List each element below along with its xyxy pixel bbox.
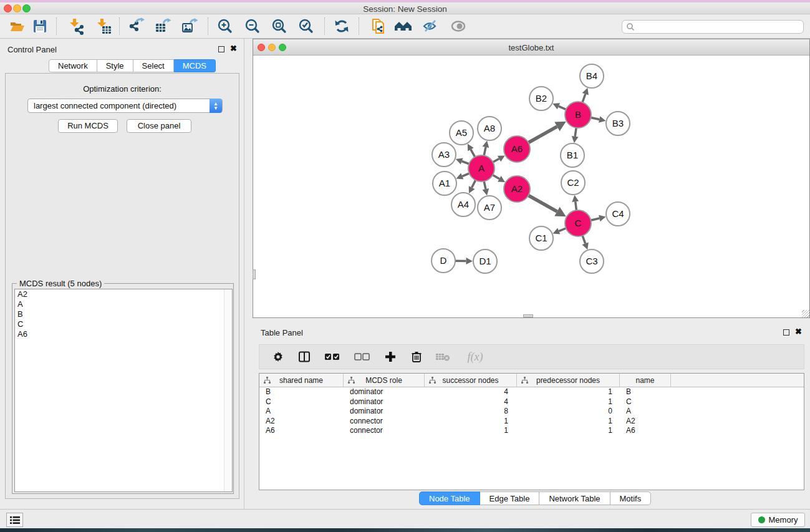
table-cell-shared_name[interactable]: A2 xyxy=(259,417,344,427)
edge-arrowhead xyxy=(572,195,579,202)
mcds-result-list[interactable]: A2ABCA6 xyxy=(14,289,233,492)
mcds-result-item[interactable]: A6 xyxy=(15,329,232,339)
table-cell-name[interactable]: C xyxy=(620,397,671,407)
delete-table-icon[interactable] xyxy=(435,349,450,364)
export-network-icon[interactable] xyxy=(125,16,148,36)
table-cell-predecessors[interactable]: 1 xyxy=(517,397,620,407)
mcds-result-item[interactable]: A2 xyxy=(15,289,232,299)
table-cell-role[interactable]: dominator xyxy=(344,397,425,407)
show-hide-icon[interactable] xyxy=(447,16,470,36)
table-cell-name[interactable]: A6 xyxy=(620,426,671,436)
delete-columns-icon[interactable] xyxy=(409,349,424,364)
table-cell-successors[interactable]: 1 xyxy=(425,426,517,436)
refresh-icon[interactable] xyxy=(330,16,353,36)
column-header-filler xyxy=(671,374,804,387)
column-header-name[interactable]: name xyxy=(620,374,671,387)
tab-network[interactable]: Network xyxy=(49,59,97,72)
mcds-result-item[interactable]: C xyxy=(15,319,232,329)
column-header-mcds-role[interactable]: MCDS role xyxy=(344,374,425,387)
table-cell-predecessors[interactable]: 1 xyxy=(517,426,620,436)
table-cell-shared_name[interactable]: B xyxy=(259,387,344,397)
table-cell-role[interactable]: dominator xyxy=(344,387,425,397)
home-view-icon[interactable] xyxy=(392,16,415,36)
table-row[interactable]: A2connector11A2 xyxy=(259,417,804,427)
table-row[interactable]: A6connector11A6 xyxy=(259,426,804,436)
table-cell-name[interactable]: B xyxy=(620,387,671,397)
mcds-result-item[interactable]: A xyxy=(15,299,232,309)
table-cell-role[interactable]: dominator xyxy=(344,407,425,417)
table-cell-name[interactable]: A xyxy=(620,407,671,417)
table-cell-successors[interactable]: 4 xyxy=(425,387,517,397)
tab-style[interactable]: Style xyxy=(97,59,133,72)
edge-arrowhead xyxy=(599,116,605,123)
settings-gear-icon[interactable] xyxy=(271,349,286,364)
open-session-icon[interactable] xyxy=(6,16,28,36)
edge-arrowhead xyxy=(466,258,473,264)
split-view-icon[interactable] xyxy=(297,349,312,364)
toolbar-separator xyxy=(208,17,208,35)
mcds-result-item[interactable]: B xyxy=(15,309,232,319)
export-image-icon[interactable] xyxy=(178,16,201,36)
table-panel-title: Table Panel xyxy=(261,328,303,337)
zoom-fit-icon[interactable] xyxy=(268,16,291,36)
canvas-left-grip[interactable] xyxy=(253,269,256,279)
save-session-icon[interactable] xyxy=(29,16,51,36)
table-cell-shared_name[interactable]: A xyxy=(259,407,344,417)
tab-network-table[interactable]: Network Table xyxy=(539,491,610,505)
select-all-columns-icon[interactable] xyxy=(323,349,342,364)
desktop-wallpaper-bottom xyxy=(0,528,810,532)
search-input[interactable] xyxy=(635,22,803,31)
table-row[interactable]: Cdominator41C xyxy=(259,397,804,407)
canvas-bottom-grip[interactable] xyxy=(523,314,533,317)
table-row[interactable]: Adominator80A xyxy=(259,407,804,417)
table-cell-shared_name[interactable]: C xyxy=(259,397,344,407)
graph-node-label: A7 xyxy=(484,202,495,213)
search-field[interactable] xyxy=(622,20,804,34)
function-builder-icon[interactable]: f(x) xyxy=(461,349,489,364)
column-header-shared-name[interactable]: shared name xyxy=(259,374,344,387)
table-cell-predecessors[interactable]: 0 xyxy=(517,407,620,417)
resize-corner[interactable] xyxy=(802,310,809,317)
zoom-selected-icon[interactable] xyxy=(295,16,317,36)
scrollbar-track[interactable] xyxy=(224,289,232,491)
table-cell-successors[interactable]: 1 xyxy=(425,417,517,427)
edge-arrowhead xyxy=(483,141,489,148)
tab-motifs[interactable]: Motifs xyxy=(610,491,652,505)
table-cell-predecessors[interactable]: 1 xyxy=(517,417,620,427)
close-panel-icon[interactable]: ✖ xyxy=(230,46,237,52)
create-column-icon[interactable] xyxy=(383,349,398,364)
copy-style-icon[interactable] xyxy=(367,16,390,36)
task-history-button[interactable] xyxy=(6,513,23,527)
table-row[interactable]: Bdominator41B xyxy=(259,387,804,397)
table-cell-role[interactable]: connector xyxy=(344,426,425,436)
close-table-panel-icon[interactable]: ✖ xyxy=(795,329,802,335)
run-mcds-button[interactable]: Run MCDS xyxy=(58,119,118,133)
import-table-icon[interactable] xyxy=(92,16,115,36)
edge-arrowhead xyxy=(572,136,579,143)
float-table-panel-icon[interactable] xyxy=(783,329,789,336)
table-cell-role[interactable]: connector xyxy=(344,417,425,427)
network-canvas[interactable]: AA1A2A3A4A5A6A7A8BB1B2B3B4CC1C2C3C4DD1 xyxy=(253,56,809,317)
column-header-predecessor-nodes[interactable]: predecessor nodes xyxy=(517,374,620,387)
table-cell-shared_name[interactable]: A6 xyxy=(259,426,344,436)
table-cell-name[interactable]: A2 xyxy=(620,417,671,427)
table-cell-successors[interactable]: 4 xyxy=(425,397,517,407)
tab-select[interactable]: Select xyxy=(133,59,174,72)
toggle-graphics-details-icon[interactable] xyxy=(419,16,441,36)
unselect-all-columns-icon[interactable] xyxy=(353,349,372,364)
column-header-successor-nodes[interactable]: successor nodes xyxy=(425,374,517,387)
close-panel-button[interactable]: Close panel xyxy=(127,119,191,133)
memory-button[interactable]: Memory xyxy=(751,513,805,527)
export-table-icon[interactable] xyxy=(152,16,174,36)
table-cell-successors[interactable]: 8 xyxy=(425,407,517,417)
float-panel-icon[interactable] xyxy=(218,46,224,52)
tab-mcds[interactable]: MCDS xyxy=(174,59,216,72)
zoom-in-icon[interactable] xyxy=(214,16,236,36)
import-network-icon[interactable] xyxy=(65,16,87,36)
table-header: shared name MCDS role successor nodes pr… xyxy=(259,374,804,387)
zoom-out-icon[interactable] xyxy=(241,16,264,36)
table-cell-predecessors[interactable]: 1 xyxy=(517,387,620,397)
tab-node-table[interactable]: Node Table xyxy=(419,491,480,505)
optimization-criterion-select[interactable]: largest connected component (directed) ▲… xyxy=(27,99,223,113)
tab-edge-table[interactable]: Edge Table xyxy=(480,491,540,505)
